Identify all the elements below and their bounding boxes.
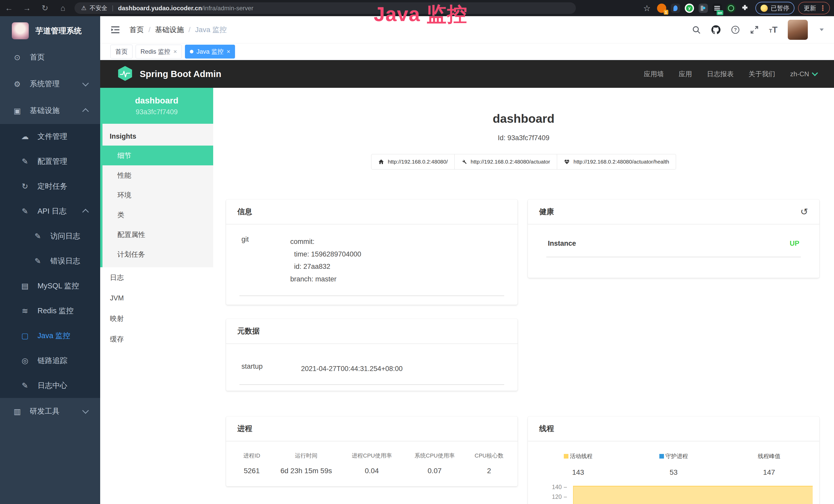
sidebar-item-file-management[interactable]: ☁ 文件管理 — [0, 124, 100, 149]
y-axis-tick-120: 120 — [528, 494, 567, 500]
sba-item-logs[interactable]: 日志 — [100, 267, 213, 288]
help-icon[interactable]: ? — [731, 25, 740, 34]
sidebar-item-java-monitor[interactable]: ▢ Java 监控 — [0, 323, 100, 348]
sidebar-item-home[interactable]: ⊙ 首页 — [0, 44, 100, 71]
active-dot — [190, 50, 193, 53]
app-logo-avatar — [12, 22, 29, 39]
extension-colorful-icon[interactable]: 1 — [657, 4, 666, 13]
tab-home[interactable]: 首页 — [110, 45, 133, 59]
metadata-startup-label: startup — [241, 363, 301, 375]
sidebar-item-system[interactable]: ⚙ 系统管理 — [0, 71, 100, 97]
sba-item-mappings[interactable]: 映射 — [100, 308, 213, 329]
sba-language-select[interactable]: zh-CN — [790, 70, 817, 78]
sba-nav-about[interactable]: 关于我们 — [748, 70, 775, 78]
sba-item-classes[interactable]: 类 — [103, 205, 213, 225]
sba-item-config-props[interactable]: 配置属性 — [103, 225, 213, 245]
sba-brand[interactable]: Spring Boot Admin — [140, 69, 221, 79]
info-git-value: commit: time: 1596289704000 id: 27aa832 … — [290, 235, 361, 285]
metadata-startup-value: 2021-04-27T00:44:31.254+08:00 — [301, 363, 403, 375]
daemon-threads-swatch — [659, 454, 664, 459]
extension-grid-icon[interactable] — [699, 4, 708, 13]
instance-header[interactable]: dashboard 93a3fc7f7409 — [100, 88, 213, 124]
close-icon[interactable]: × — [226, 48, 230, 55]
sidebar-item-scheduled-tasks[interactable]: ↻ 定时任务 — [0, 174, 100, 199]
sba-nav-wallboard[interactable]: 应用墙 — [644, 70, 664, 78]
home-icon[interactable]: ⌂ — [54, 4, 72, 13]
font-size-icon[interactable]: TT — [769, 25, 777, 35]
sidebar-item-dev-tools[interactable]: ▥ 研发工具 — [0, 398, 100, 425]
log-icon: ✎ — [32, 256, 43, 266]
extension-list-icon[interactable]: on — [712, 4, 722, 13]
chevron-up-icon — [82, 209, 89, 215]
process-table: 进程ID5261 运行时间6d 23h 15m 59s 进程CPU使用率0.04… — [226, 441, 518, 475]
sba-item-details[interactable]: 细节 — [100, 145, 213, 165]
extension-leaf-icon[interactable] — [726, 4, 736, 13]
svg-text:?: ? — [734, 27, 737, 32]
live-threads-area-series — [573, 486, 813, 504]
sba-item-metrics[interactable]: 性能 — [103, 165, 213, 185]
extension-pin-icon[interactable] — [671, 4, 680, 13]
sidebar-item-log-center[interactable]: ✎ 日志中心 — [0, 373, 100, 398]
sba-item-environment[interactable]: 环境 — [103, 185, 213, 205]
sba-nav-journal[interactable]: 日志报表 — [707, 70, 733, 78]
bookmark-star-icon[interactable]: ☆ — [643, 3, 651, 13]
y-axis-tick-140: 140 — [528, 484, 567, 491]
reload-icon[interactable]: ↻ — [36, 3, 54, 13]
sba-logo-icon[interactable] — [117, 66, 133, 83]
breadcrumb-infrastructure[interactable]: 基础设施 — [155, 25, 184, 35]
breadcrumb-home[interactable]: 首页 — [129, 25, 144, 35]
navbar-actions: ? TT — [692, 20, 824, 40]
search-icon[interactable] — [692, 25, 701, 34]
sba-header: Spring Boot Admin 应用墙 应用 日志报表 关于我们 zh-CN — [100, 60, 834, 88]
history-icon[interactable]: ↺ — [800, 207, 808, 216]
address-bar[interactable]: ⚠ 不安全 | dashboard.yudao.iocoder.cn/infra… — [74, 2, 576, 14]
sidebar-item-tracing[interactable]: ◎ 链路追踪 — [0, 348, 100, 373]
tab-java-monitor[interactable]: Java 监控 × — [185, 45, 235, 59]
close-icon[interactable]: × — [173, 48, 177, 55]
spring-boot-admin-frame: Spring Boot Admin 应用墙 应用 日志报表 关于我们 zh-CN… — [100, 60, 834, 504]
forward-icon[interactable]: → — [18, 4, 36, 13]
app-title: 芋道管理系统 — [36, 26, 82, 36]
threads-card-title: 线程 — [539, 423, 554, 434]
github-icon[interactable] — [711, 25, 721, 35]
divider: | — [112, 5, 113, 12]
update-button[interactable]: 更新 ⋮ — [798, 2, 830, 15]
sba-item-caches[interactable]: 缓存 — [100, 329, 213, 349]
health-instance-row[interactable]: Instance UP — [546, 239, 801, 257]
health-url-button[interactable]: http://192.168.0.2:48080/actuator/health — [557, 154, 676, 169]
info-card: 信息 git commit: time: 1596289704000 id: 2… — [226, 200, 518, 305]
live-threads-label: 活动线程 — [570, 452, 593, 460]
process-header-uptime: 运行时间 — [271, 452, 341, 460]
page-instance-id: Id: 93a3fc7f7409 — [213, 134, 834, 142]
user-avatar[interactable] — [788, 20, 808, 40]
paused-pill[interactable]: 已暂停 — [755, 2, 794, 15]
sidebar-item-redis-monitor[interactable]: ≋ Redis 监控 — [0, 298, 100, 323]
sidebar-item-api-logs[interactable]: ✎ API 日志 — [0, 199, 100, 224]
hamburger-icon[interactable] — [110, 26, 120, 34]
fullscreen-icon[interactable] — [750, 25, 759, 34]
extension-green-circle-icon[interactable]: y — [685, 4, 694, 13]
actuator-url-button[interactable]: http://192.168.0.2:48080/actuator — [454, 154, 557, 169]
log-icon: ✎ — [20, 381, 30, 390]
app-logo-row[interactable]: 芋道管理系统 — [0, 16, 100, 44]
sidebar-item-config-management[interactable]: ✎ 配置管理 — [0, 149, 100, 174]
sba-item-jvm[interactable]: JVM — [100, 288, 213, 308]
health-instance-label: Instance — [548, 239, 576, 248]
user-menu-caret-icon[interactable] — [820, 28, 824, 31]
daemon-threads-value: 53 — [626, 468, 722, 477]
daemon-threads-label: 守护进程 — [665, 452, 688, 460]
log-icon: ✎ — [20, 207, 30, 216]
tab-redis-monitor[interactable]: Redis 监控 × — [136, 45, 182, 59]
service-url-button[interactable]: http://192.168.0.2:48080/ — [371, 154, 455, 169]
sba-item-scheduled-tasks[interactable]: 计划任务 — [103, 245, 213, 264]
back-icon[interactable]: ← — [0, 4, 18, 13]
extensions-puzzle-icon[interactable] — [740, 4, 749, 13]
sidebar-item-error-logs[interactable]: ✎ 错误日志 — [0, 249, 100, 273]
info-card-title: 信息 — [237, 207, 252, 217]
sidebar-item-mysql-monitor[interactable]: ▤ MySQL 监控 — [0, 273, 100, 298]
sba-nav-applications[interactable]: 应用 — [679, 70, 692, 78]
on-badge: on — [717, 10, 723, 15]
sidebar-item-access-logs[interactable]: ✎ 访问日志 — [0, 224, 100, 249]
mysql-icon: ▤ — [20, 281, 30, 290]
sidebar-item-infrastructure[interactable]: ▣ 基础设施 — [0, 97, 100, 124]
